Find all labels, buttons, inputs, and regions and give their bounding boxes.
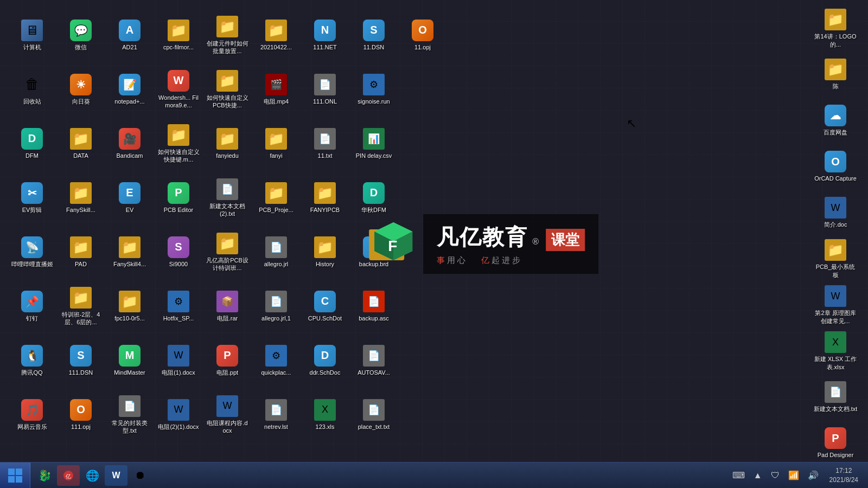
desktop-icon-ddr-schdoc[interactable]: D ddr.SchDoc	[301, 333, 349, 388]
desktop-icon-huaqiu-dfm[interactable]: D 华秋DFM	[350, 171, 398, 225]
desktop-icon-wondersh[interactable]: W Wondersh... Filmora9.e...	[155, 62, 202, 117]
desktop-icon-fpc10[interactable]: 📁 fpc10-0r5...	[106, 279, 154, 333]
desktop-icon-allegro-jrl[interactable]: 📄 allegro.jrl	[252, 225, 300, 279]
fanyi-label: fanyi	[270, 152, 282, 159]
desktop-icon-ev-cut[interactable]: ✂ EV剪辑	[8, 171, 56, 225]
desktop-icon-dianz-docx[interactable]: W 电阻(1).docx	[155, 333, 202, 388]
dfm-label: DFM	[25, 152, 39, 159]
taskbar-app-browser[interactable]: 🌐	[81, 465, 104, 486]
tray-network-icon[interactable]: 📶	[786, 469, 801, 481]
desktop-icon-fanyipcb[interactable]: 📁 FANYIPCB	[301, 171, 349, 225]
start-button[interactable]	[0, 463, 30, 489]
tray-arrow-icon[interactable]: ▲	[751, 470, 764, 481]
taskbar-app-red[interactable]: 亿	[57, 465, 80, 486]
desktop-icon-ev[interactable]: E EV	[106, 171, 154, 225]
desktop-icon-dianz-ppt[interactable]: P 电阻.ppt	[203, 333, 251, 388]
desktop-icon-11dsn[interactable]: S 11.DSN	[350, 8, 398, 62]
desktop-icon-si9000[interactable]: S Si9000	[155, 225, 202, 279]
desktop-icon-netrev-lst[interactable]: 📄 netrev.lst	[252, 388, 300, 442]
right-icon-xinjian-txt[interactable]: 📄 新建文本文档.txt	[806, 374, 865, 420]
desktop-icon-11txt[interactable]: 📄 11.txt	[301, 117, 349, 171]
desktop-icon-mindmaster[interactable]: M MindMaster	[106, 333, 154, 388]
desktop-icon-111-dsn2[interactable]: S 111.DSN	[57, 333, 105, 388]
right-icon-chen[interactable]: 📁 陈	[806, 52, 865, 98]
taskbar-app-record[interactable]: ⏺	[129, 465, 151, 486]
right-icon-di14[interactable]: 📁 第14讲：LOGO的...	[806, 5, 865, 52]
desktop-icon-backup-asc[interactable]: 📄 backup.asc	[350, 279, 398, 333]
svg-rect-10	[16, 476, 22, 483]
desktop-icon-dianz-kecheng[interactable]: W 电阻课程内容.docx	[203, 388, 251, 442]
desktop-icon-fanyskill1[interactable]: 📁 FanySkill...	[57, 171, 105, 225]
blank-slot	[448, 8, 495, 62]
desktop-icon-data[interactable]: 📁 DATA	[57, 117, 105, 171]
desktop-icon-tencentqq[interactable]: 🐧 腾讯QQ	[8, 333, 56, 388]
desktop-icon-fanyskill4[interactable]: 📁 FanySkill4...	[106, 225, 154, 279]
desktop-icon-hotfix-sp[interactable]: ⚙ Hotfix_SP...	[155, 279, 202, 333]
desktop-icon-bandicam[interactable]: 🎥 Bandicam	[106, 117, 154, 171]
desktop-icon-fanyi[interactable]: 📁 fanyi	[252, 117, 300, 171]
desktop-icon-dianz-mp4[interactable]: 🎬 电阻.mp4	[252, 62, 300, 117]
desktop-icon-dfm[interactable]: D DFM	[8, 117, 56, 171]
tray-shield-icon[interactable]: 🛡	[769, 470, 782, 481]
desktop-icon-autosav[interactable]: 📄 AUTOSAV...	[350, 333, 398, 388]
desktop-icon-cpc-filmor[interactable]: 📁 cpc-filmor...	[155, 8, 202, 62]
desktop-icon-11opj[interactable]: O 11.opj	[399, 8, 446, 62]
desktop-icon-quick-shortcut[interactable]: 📁 如何快速自定义快捷键.m...	[155, 117, 202, 171]
desktop-icon-111opj2[interactable]: O 111.opj	[57, 388, 105, 442]
desktop-icon-wechat[interactable]: 💬 微信	[57, 8, 105, 62]
desktop-icon-cpu-schdot[interactable]: C CPU.SchDot	[301, 279, 349, 333]
desktop-icon-signoise[interactable]: ⚙ signoise.run	[350, 62, 398, 117]
desktop-icon-pcb-editor[interactable]: P PCB Editor	[155, 171, 202, 225]
desktop-icon-changjian-fengzhuang[interactable]: 📄 常见的封装类型.txt	[106, 388, 154, 442]
svg-rect-9	[8, 476, 15, 483]
desktop-icon-wangyi[interactable]: 🎵 网易云音乐	[8, 388, 56, 442]
changjian-fengzhuang-label: 常见的封装类型.txt	[108, 419, 151, 435]
desktop-icon-20210422[interactable]: 📁 20210422...	[252, 8, 300, 62]
desktop-icon-dingding[interactable]: 📌 钉钉	[8, 279, 56, 333]
desktop-icon-computer[interactable]: 🖥 计算机	[8, 8, 56, 62]
history-icon: 📁	[314, 236, 336, 258]
di2zhang-icon: W	[825, 285, 846, 307]
taskbar-clock[interactable]: 17:12 2021/8/24	[825, 466, 863, 485]
desktop-icon-history[interactable]: 📁 History	[301, 225, 349, 279]
desktop-icon-fanyi-gaoji[interactable]: 📁 凡亿高阶PCB设计特训班...	[203, 225, 251, 279]
desktop-icon-fanyiedu[interactable]: 📁 fanyiedu	[203, 117, 251, 171]
desktop-icon-notepad[interactable]: 📝 notepad+...	[106, 62, 154, 117]
right-icon-pad-designer[interactable]: P Pad Designer	[806, 420, 865, 466]
desktop-icon-dianz-docx2[interactable]: W 电阻(2)(1).docx	[155, 388, 202, 442]
right-icon-orcad[interactable]: O OrCAD Capture	[806, 144, 865, 190]
tray-volume-icon[interactable]: 🔊	[806, 469, 821, 481]
desktop-icon-create-element[interactable]: 📁 创建元件时如何批量放置...	[203, 8, 251, 62]
cpc-filmor-label: cpc-filmor...	[163, 43, 194, 51]
right-icon-di2zhang[interactable]: W 第2章 原理图库创建常见...	[806, 282, 865, 328]
right-icon-xinjian-xlsx[interactable]: X 新建 XLSX 工作表.xlsx	[806, 328, 865, 374]
desktop-icon-backup-brd[interactable]: B backup.brd	[350, 225, 398, 279]
desktop-icon-dianz-rar[interactable]: 📦 电阻.rar	[203, 279, 251, 333]
fanyiedu-label: fanyiedu	[216, 152, 239, 159]
desktop-icon-pin-delay[interactable]: 📊 PIN delay.csv	[350, 117, 398, 171]
desktop-icon-allegro-jrl1[interactable]: 📄 allegro.jrl,1	[252, 279, 300, 333]
desktop-icon-live[interactable]: 📡 哔哩哔哩直播姬	[8, 225, 56, 279]
desktop-icon-new-txt2[interactable]: 📄 新建文本文档(2).txt	[203, 171, 251, 225]
desktop-icon-quick-pcb[interactable]: 📁 如何快速自定义PCB快捷...	[203, 62, 251, 117]
autosav-icon: 📄	[363, 345, 385, 367]
desktop-icon-pcb-proje[interactable]: 📁 PCB_Proje...	[252, 171, 300, 225]
desktop-icon-pad[interactable]: 📁 PAD	[57, 225, 105, 279]
desktop-icon-111onl[interactable]: 📄 111.ONL	[301, 62, 349, 117]
fanyskill1-label: FanySkill...	[66, 206, 95, 214]
right-icon-pcb-zuixiao[interactable]: 📁 PCB_最小系统板	[806, 236, 865, 282]
desktop-icon-place-txt[interactable]: 📄 place_txt.txt	[350, 388, 398, 442]
desktop-icon-quickplac[interactable]: ⚙ quickplac...	[252, 333, 300, 388]
right-icon-jianjie-doc[interactable]: W 简介.doc	[806, 190, 865, 236]
right-icon-baidu-pan[interactable]: ☁ 百度网盘	[806, 98, 865, 144]
live-icon: 📡	[21, 236, 43, 258]
taskbar-app-dragon[interactable]: 🐉	[33, 465, 56, 486]
desktop-icon-111net[interactable]: N 111.NET	[301, 8, 349, 62]
taskbar-app-word[interactable]: W	[105, 465, 127, 486]
desktop-icon-recycle[interactable]: 🗑 回收站	[8, 62, 56, 117]
desktop-icon-xiangri[interactable]: ☀ 向日葵	[57, 62, 105, 117]
desktop-icon-trainclass[interactable]: 📁 特训班-2层、4层、6层的...	[57, 279, 105, 333]
desktop-icon-123xls[interactable]: X 123.xls	[301, 388, 349, 442]
tray-keyboard-icon[interactable]: ⌨	[730, 469, 747, 481]
desktop-icon-ad21[interactable]: A AD21	[106, 8, 154, 62]
